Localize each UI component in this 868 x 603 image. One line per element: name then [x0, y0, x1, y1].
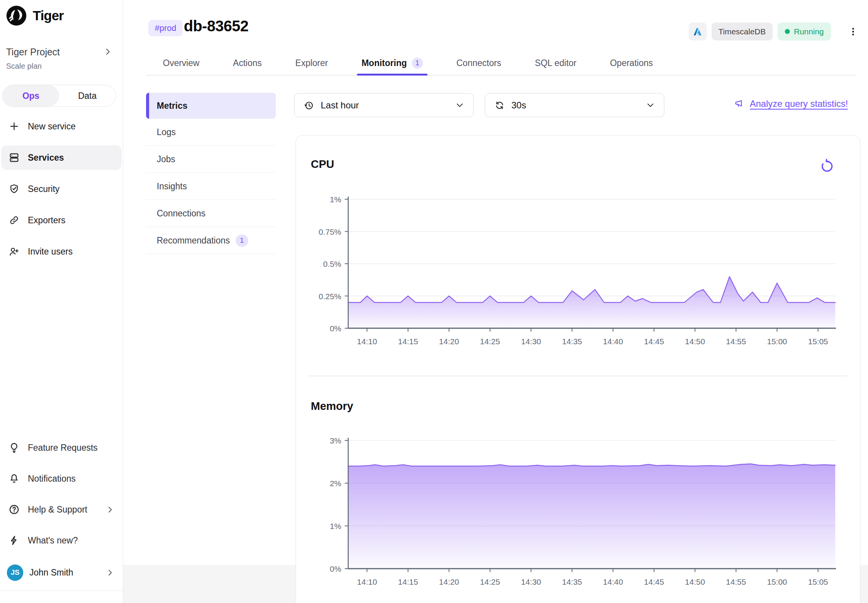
time-range-value: Last hour [321, 100, 359, 111]
tab-bar: Overview Actions Explorer Monitoring 1 C… [146, 52, 856, 76]
question-circle-icon [8, 504, 20, 515]
sidebar: Tiger Tiger Project Scale plan Ops Data … [0, 0, 123, 603]
kebab-menu-button[interactable] [847, 23, 860, 40]
chevron-down-icon [645, 100, 656, 110]
subnav-item-jobs[interactable]: Jobs [146, 146, 276, 173]
sidebar-item-notifications[interactable]: Notifications [1, 466, 122, 491]
status-badge: Running [778, 23, 831, 40]
analyze-link-label: Analyze query statistics! [750, 98, 848, 109]
sidebar-item-exporters[interactable]: Exporters [1, 208, 122, 232]
svg-text:14:40: 14:40 [603, 577, 623, 586]
sidebar-item-security[interactable]: Security [1, 177, 122, 201]
svg-text:14:30: 14:30 [521, 577, 541, 586]
sidebar-item-invite-users[interactable]: Invite users [1, 239, 122, 264]
sidebar-item-feature-requests[interactable]: Feature Requests [1, 435, 122, 460]
sidebar-item-user[interactable]: JS John Smith [1, 560, 122, 585]
refresh-interval-select[interactable]: 30s [485, 93, 664, 117]
tab-sql-editor[interactable]: SQL editor [518, 52, 593, 75]
memory-chart-title: Memory [311, 400, 353, 413]
subnav-item-metrics[interactable]: Metrics [146, 93, 276, 119]
project-name: Tiger Project [6, 47, 117, 58]
svg-text:14:25: 14:25 [480, 577, 500, 586]
svg-text:15:05: 15:05 [808, 337, 828, 346]
sidebar-item-label: Services [28, 153, 64, 163]
tab-connectors[interactable]: Connectors [440, 52, 518, 75]
chevron-right-icon [105, 568, 115, 577]
user-plus-icon [8, 246, 20, 257]
bolt-icon [8, 535, 20, 546]
subnav-item-recommendations[interactable]: Recommendations 1 [146, 227, 276, 254]
tab-operations[interactable]: Operations [593, 52, 670, 75]
sidebar-divider [0, 590, 123, 591]
svg-text:15:00: 15:00 [767, 337, 787, 346]
cloud-provider-tile [689, 23, 707, 40]
sidebar-item-label: Feature Requests [28, 443, 98, 453]
bell-icon [8, 473, 20, 484]
sidebar-item-services[interactable]: Services [1, 145, 122, 170]
status-dot [785, 29, 790, 34]
subnav-item-connections[interactable]: Connections [146, 200, 276, 227]
toggle-data[interactable]: Data [59, 85, 116, 106]
kebab-icon [848, 27, 858, 37]
user-name: John Smith [29, 568, 73, 578]
sidebar-nav: New service Services Security Exporters … [1, 114, 122, 271]
subnav-badge: 1 [236, 234, 248, 247]
sidebar-item-label: New service [28, 121, 76, 132]
sidebar-item-whats-new[interactable]: What's new? [1, 528, 122, 553]
status-label: Running [794, 27, 824, 36]
sidebar-item-help-support[interactable]: Help & Support [1, 497, 122, 522]
tab-badge: 1 [412, 58, 423, 69]
sidebar-item-label: Security [28, 184, 59, 194]
plus-icon [8, 121, 20, 132]
svg-text:14:35: 14:35 [562, 577, 582, 586]
svg-text:1%: 1% [330, 195, 341, 204]
refresh-interval-value: 30s [511, 100, 526, 111]
svg-text:14:15: 14:15 [398, 577, 418, 586]
svg-text:14:55: 14:55 [726, 577, 746, 586]
tab-monitoring[interactable]: Monitoring 1 [345, 52, 440, 75]
clock-history-icon [304, 100, 314, 111]
svg-text:1%: 1% [330, 522, 341, 530]
svg-text:14:50: 14:50 [685, 577, 705, 586]
services-icon [8, 152, 20, 163]
project-plan: Scale plan [6, 62, 117, 71]
analyze-query-statistics-link[interactable]: Analyze query statistics! [734, 98, 848, 109]
svg-text:14:45: 14:45 [644, 577, 664, 586]
subnav-item-logs[interactable]: Logs [146, 119, 276, 146]
sidebar-footer-nav: Feature Requests Notifications Help & Su… [1, 435, 122, 559]
svg-text:14:20: 14:20 [439, 577, 459, 586]
cpu-chart-title: CPU [311, 158, 334, 171]
toggle-ops[interactable]: Ops [3, 85, 59, 106]
tab-explorer[interactable]: Explorer [278, 52, 345, 75]
sidebar-item-new-service[interactable]: New service [1, 114, 122, 139]
svg-text:0%: 0% [330, 324, 341, 333]
svg-text:14:50: 14:50 [685, 337, 705, 346]
tab-actions[interactable]: Actions [216, 52, 278, 75]
page-title: db-83652 [184, 18, 248, 35]
time-range-select[interactable]: Last hour [294, 93, 474, 117]
sidebar-item-label: Notifications [28, 474, 76, 484]
refresh-icon [494, 100, 505, 111]
svg-text:14:10: 14:10 [357, 577, 377, 586]
svg-text:0%: 0% [330, 564, 341, 573]
reset-zoom-button[interactable] [819, 158, 834, 174]
project-switcher[interactable]: Tiger Project Scale plan [6, 47, 117, 71]
svg-text:14:15: 14:15 [398, 337, 418, 346]
brand-logo[interactable]: Tiger [6, 5, 64, 26]
shield-check-icon [8, 183, 20, 195]
svg-text:15:05: 15:05 [808, 577, 828, 586]
tab-overview[interactable]: Overview [146, 52, 216, 75]
tiger-logo-icon [6, 5, 27, 26]
chevron-down-icon [455, 100, 465, 110]
card-divider [309, 376, 848, 376]
link-icon [8, 214, 20, 226]
monitoring-subnav: Metrics Logs Jobs Insights Connections R… [146, 93, 276, 254]
svg-text:14:55: 14:55 [726, 337, 746, 346]
subnav-item-insights[interactable]: Insights [146, 173, 276, 200]
reset-icon [819, 158, 834, 174]
sidebar-item-label: Help & Support [28, 505, 87, 515]
header-actions: TimescaleDB Running [689, 23, 860, 40]
cpu-chart[interactable]: 0%0.25%0.5%0.75%1%14:1014:1514:2014:2514… [297, 189, 858, 353]
memory-chart[interactable]: 0%1%2%3%14:1014:1514:2014:2514:3014:3514… [297, 432, 858, 596]
ops-data-toggle: Ops Data [2, 85, 116, 107]
